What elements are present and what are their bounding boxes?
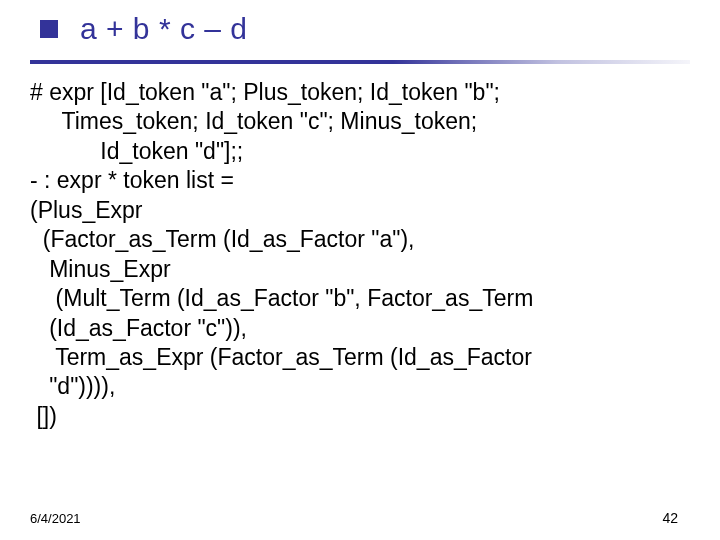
code-line: Minus_Expr <box>30 255 690 284</box>
footer-page-number: 42 <box>662 510 678 526</box>
code-line: Term_as_Expr (Factor_as_Term (Id_as_Fact… <box>30 343 690 372</box>
code-line: (Factor_as_Term (Id_as_Factor "a"), <box>30 225 690 254</box>
footer-date: 6/4/2021 <box>30 511 81 526</box>
body-content: # expr [Id_token "a"; Plus_token; Id_tok… <box>30 78 690 431</box>
slide: a + b * c – d # expr [Id_token "a"; Plus… <box>0 0 720 540</box>
code-line: (Plus_Expr <box>30 196 690 225</box>
code-line: - : expr * token list = <box>30 166 690 195</box>
slide-title: a + b * c – d <box>80 12 247 46</box>
code-line: []) <box>30 402 690 431</box>
title-bullet-icon <box>40 20 58 38</box>
code-line: "d")))), <box>30 372 690 401</box>
code-line: # expr [Id_token "a"; Plus_token; Id_tok… <box>30 78 690 107</box>
title-row: a + b * c – d <box>40 12 690 46</box>
code-line: Times_token; Id_token "c"; Minus_token; <box>30 107 690 136</box>
code-line: Id_token "d"];; <box>30 137 690 166</box>
title-divider <box>30 60 690 64</box>
code-line: (Mult_Term (Id_as_Factor "b", Factor_as_… <box>30 284 690 313</box>
code-line: (Id_as_Factor "c")), <box>30 314 690 343</box>
